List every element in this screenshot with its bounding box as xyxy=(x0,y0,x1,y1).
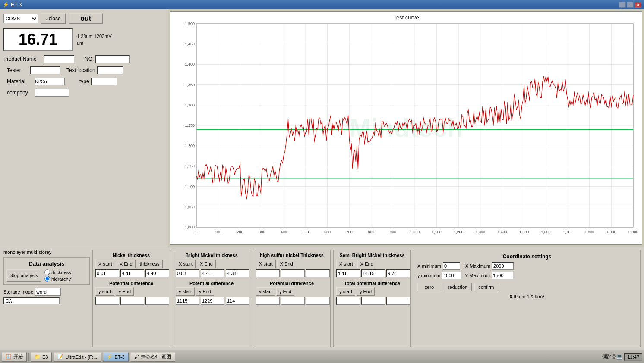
material-label: Material xyxy=(7,78,33,84)
analysis-controls: Stop analysis thickness hierarchy xyxy=(6,269,87,282)
close-button[interactable]: ✕ xyxy=(635,2,641,8)
paint-icon: 🖊 xyxy=(134,354,139,360)
bright-ydiff-val[interactable] xyxy=(226,297,249,305)
bright-xstart-btn[interactable]: X start xyxy=(176,260,196,268)
bright-yend-btn[interactable]: y End xyxy=(196,287,214,296)
thickness-radio[interactable] xyxy=(44,269,50,275)
product-name-input[interactable] xyxy=(44,55,74,63)
out-button[interactable]: out xyxy=(69,13,103,24)
zero-btn[interactable]: zero xyxy=(417,283,441,291)
bright-potdiff-label: Potential difference xyxy=(176,281,247,286)
nickel-ybtn-row: y start y End xyxy=(95,287,167,296)
hs-yend-val[interactable] xyxy=(281,297,305,305)
taskbar-time: 11:47 xyxy=(624,353,642,361)
minimize-button[interactable]: _ xyxy=(619,2,626,8)
stop-analysis-btn[interactable]: Stop analysis xyxy=(6,269,41,282)
coord-btn-row: zero reduction confirm xyxy=(417,283,637,291)
xmin-input[interactable] xyxy=(443,262,460,270)
sb-yend-btn[interactable]: y End xyxy=(357,287,375,296)
bright-xend-btn[interactable]: X End xyxy=(197,260,216,268)
xmax-input[interactable] xyxy=(492,262,514,270)
bright-xstart-val[interactable] xyxy=(176,269,199,277)
hs-xend-val[interactable] xyxy=(281,269,305,277)
value-info: 1.28um 1203mV um xyxy=(77,34,112,46)
storage-mode-label: Storage mode xyxy=(3,289,33,294)
nickel-yend-val[interactable] xyxy=(120,297,144,305)
confirm-btn[interactable]: confirm xyxy=(474,283,498,291)
y-range-row: y minimum Y Maximum xyxy=(417,272,637,279)
type-input[interactable] xyxy=(91,78,117,85)
nickel-ystart-val[interactable] xyxy=(95,297,119,305)
sb-ystart-btn[interactable]: y start xyxy=(336,287,355,296)
sb-yend-val[interactable] xyxy=(361,297,385,305)
test-location-input[interactable] xyxy=(97,66,123,74)
paint-label: 未命名4 - 画图 xyxy=(141,354,171,360)
sb-ystart-val[interactable] xyxy=(336,297,360,305)
company-input[interactable] xyxy=(35,89,69,97)
bright-ystart-val[interactable] xyxy=(176,297,199,305)
taskbar-item-ultraedit[interactable]: 📝 UltraEdit - [F:... xyxy=(54,352,101,362)
hs-ybtn-row: y start y End xyxy=(256,287,328,296)
sb-xend-btn[interactable]: X End xyxy=(357,260,376,268)
sb-xstart-val[interactable] xyxy=(336,269,360,277)
ymin-input[interactable] xyxy=(442,272,461,279)
material-type-row: Material type xyxy=(3,78,164,85)
storage-mode-input[interactable] xyxy=(35,288,61,296)
material-input[interactable] xyxy=(35,78,65,85)
nickel-xend-btn[interactable]: X End xyxy=(117,260,136,268)
bright-ystart-btn[interactable]: y start xyxy=(176,287,195,296)
hs-yval-row xyxy=(256,297,328,305)
measurement-value: 16.71 xyxy=(3,28,73,51)
bright-btn-row: X start X End xyxy=(176,260,247,268)
hs-ydiff-val[interactable] xyxy=(306,297,330,305)
hierarchy-radio-label[interactable]: hierarchy xyxy=(44,276,71,282)
hierarchy-radio-text: hierarchy xyxy=(51,276,71,282)
start-label: 开始 xyxy=(13,354,23,360)
sb-xend-val[interactable] xyxy=(361,269,385,277)
nickel-thickness-btn[interactable]: thickness xyxy=(137,260,163,268)
taskbar-item-e3[interactable]: 📁 E3 xyxy=(31,352,52,362)
nickel-xend-val[interactable] xyxy=(120,269,144,277)
hs-xend-btn[interactable]: X End xyxy=(277,260,296,268)
port-select[interactable]: COMS COM1 COM2 xyxy=(3,14,38,23)
taskbar-item-paint[interactable]: 🖊 未命名4 - 画图 xyxy=(130,352,175,362)
nickel-xstart-val[interactable] xyxy=(95,269,119,277)
hs-yend-btn[interactable]: y End xyxy=(276,287,294,296)
title-bar-left: ⚡ ET-3 xyxy=(3,2,22,8)
title-bar-buttons: _ □ ✕ xyxy=(619,2,641,8)
thickness-radio-text: thickness xyxy=(51,270,71,275)
hs-btn-row: X start X End xyxy=(256,260,328,268)
start-button[interactable]: 🪟 开始 xyxy=(2,352,27,362)
maximize-button[interactable]: □ xyxy=(627,2,634,8)
bright-xend-val[interactable] xyxy=(201,269,224,277)
reduction-btn[interactable]: reduction xyxy=(444,283,472,291)
close-button[interactable]: . close xyxy=(41,13,66,24)
thickness-radio-label[interactable]: thickness xyxy=(44,269,71,275)
nickel-xstart-btn[interactable]: X start xyxy=(95,260,115,268)
chart-panel: Test curve xyxy=(168,9,644,247)
taskbar-item-et3[interactable]: ⚡ ET-3 xyxy=(103,352,128,362)
bright-thick-val[interactable] xyxy=(226,269,249,277)
nickel-ystart-btn[interactable]: y start xyxy=(95,287,114,296)
sb-ydiff-val[interactable] xyxy=(386,297,410,305)
hierarchy-radio[interactable] xyxy=(44,276,50,282)
nickel-thick-val[interactable] xyxy=(145,269,169,277)
nickel-ydiff-val[interactable] xyxy=(145,297,169,305)
nickel-btn-row: X start X End thickness xyxy=(95,260,167,268)
hs-xstart-val[interactable] xyxy=(256,269,280,277)
sb-thick-val[interactable] xyxy=(386,269,410,277)
no-input[interactable] xyxy=(95,55,130,63)
hs-xstart-btn[interactable]: X start xyxy=(256,260,276,268)
bright-val-row xyxy=(176,269,247,277)
nickel-potdiff-label: Potential difference xyxy=(95,281,167,286)
no-label: NO. xyxy=(85,56,94,62)
nickel-yend-btn[interactable]: y End xyxy=(116,287,134,296)
tester-input[interactable] xyxy=(30,66,60,74)
sb-xstart-btn[interactable]: X start xyxy=(336,260,356,268)
ymax-input[interactable] xyxy=(492,272,513,279)
hs-ystart-val[interactable] xyxy=(256,297,280,305)
sys-icons: 《驟4◎💻 xyxy=(600,354,622,360)
hs-thick-val[interactable] xyxy=(306,269,330,277)
hs-ystart-btn[interactable]: y start xyxy=(256,287,275,296)
bright-yend-val[interactable] xyxy=(201,297,224,305)
